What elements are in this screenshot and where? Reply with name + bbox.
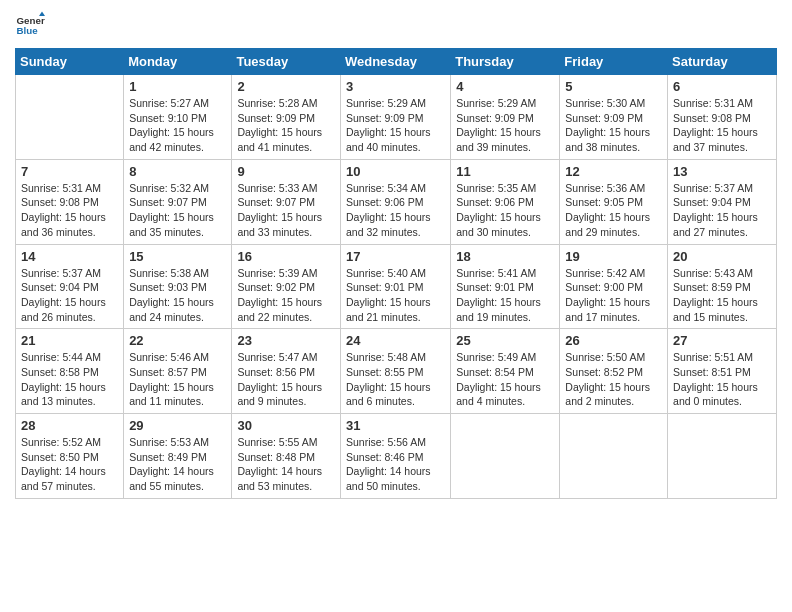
day-number: 25 (456, 333, 554, 348)
day-number: 6 (673, 79, 771, 94)
day-info: Sunrise: 5:40 AM Sunset: 9:01 PM Dayligh… (346, 266, 445, 325)
header-thursday: Thursday (451, 49, 560, 75)
day-info: Sunrise: 5:46 AM Sunset: 8:57 PM Dayligh… (129, 350, 226, 409)
day-info: Sunrise: 5:48 AM Sunset: 8:55 PM Dayligh… (346, 350, 445, 409)
day-info: Sunrise: 5:34 AM Sunset: 9:06 PM Dayligh… (346, 181, 445, 240)
calendar-cell: 1Sunrise: 5:27 AM Sunset: 9:10 PM Daylig… (124, 75, 232, 160)
day-info: Sunrise: 5:29 AM Sunset: 9:09 PM Dayligh… (456, 96, 554, 155)
day-info: Sunrise: 5:39 AM Sunset: 9:02 PM Dayligh… (237, 266, 335, 325)
calendar-cell: 29Sunrise: 5:53 AM Sunset: 8:49 PM Dayli… (124, 414, 232, 499)
day-number: 28 (21, 418, 118, 433)
day-number: 20 (673, 249, 771, 264)
day-info: Sunrise: 5:35 AM Sunset: 9:06 PM Dayligh… (456, 181, 554, 240)
svg-text:General: General (17, 15, 46, 26)
calendar-cell: 10Sunrise: 5:34 AM Sunset: 9:06 PM Dayli… (340, 159, 450, 244)
day-number: 11 (456, 164, 554, 179)
day-info: Sunrise: 5:47 AM Sunset: 8:56 PM Dayligh… (237, 350, 335, 409)
day-info: Sunrise: 5:36 AM Sunset: 9:05 PM Dayligh… (565, 181, 662, 240)
day-number: 23 (237, 333, 335, 348)
day-number: 15 (129, 249, 226, 264)
calendar-cell: 6Sunrise: 5:31 AM Sunset: 9:08 PM Daylig… (668, 75, 777, 160)
day-number: 21 (21, 333, 118, 348)
calendar-cell (560, 414, 668, 499)
day-info: Sunrise: 5:28 AM Sunset: 9:09 PM Dayligh… (237, 96, 335, 155)
calendar-cell: 5Sunrise: 5:30 AM Sunset: 9:09 PM Daylig… (560, 75, 668, 160)
calendar-cell: 27Sunrise: 5:51 AM Sunset: 8:51 PM Dayli… (668, 329, 777, 414)
calendar-cell: 14Sunrise: 5:37 AM Sunset: 9:04 PM Dayli… (16, 244, 124, 329)
day-number: 24 (346, 333, 445, 348)
day-info: Sunrise: 5:51 AM Sunset: 8:51 PM Dayligh… (673, 350, 771, 409)
week-row-5: 28Sunrise: 5:52 AM Sunset: 8:50 PM Dayli… (16, 414, 777, 499)
day-info: Sunrise: 5:43 AM Sunset: 8:59 PM Dayligh… (673, 266, 771, 325)
day-number: 12 (565, 164, 662, 179)
calendar-cell: 9Sunrise: 5:33 AM Sunset: 9:07 PM Daylig… (232, 159, 341, 244)
svg-text:Blue: Blue (17, 25, 39, 36)
day-number: 3 (346, 79, 445, 94)
calendar-cell: 2Sunrise: 5:28 AM Sunset: 9:09 PM Daylig… (232, 75, 341, 160)
calendar-cell: 23Sunrise: 5:47 AM Sunset: 8:56 PM Dayli… (232, 329, 341, 414)
logo: General Blue (15, 10, 49, 40)
calendar-cell: 17Sunrise: 5:40 AM Sunset: 9:01 PM Dayli… (340, 244, 450, 329)
day-number: 10 (346, 164, 445, 179)
calendar-cell: 12Sunrise: 5:36 AM Sunset: 9:05 PM Dayli… (560, 159, 668, 244)
day-number: 5 (565, 79, 662, 94)
calendar-cell: 22Sunrise: 5:46 AM Sunset: 8:57 PM Dayli… (124, 329, 232, 414)
header-wednesday: Wednesday (340, 49, 450, 75)
day-info: Sunrise: 5:49 AM Sunset: 8:54 PM Dayligh… (456, 350, 554, 409)
day-info: Sunrise: 5:38 AM Sunset: 9:03 PM Dayligh… (129, 266, 226, 325)
header-tuesday: Tuesday (232, 49, 341, 75)
calendar-cell: 4Sunrise: 5:29 AM Sunset: 9:09 PM Daylig… (451, 75, 560, 160)
logo-icon: General Blue (15, 10, 45, 40)
calendar-table: SundayMondayTuesdayWednesdayThursdayFrid… (15, 48, 777, 499)
day-number: 4 (456, 79, 554, 94)
header-monday: Monday (124, 49, 232, 75)
calendar-cell: 21Sunrise: 5:44 AM Sunset: 8:58 PM Dayli… (16, 329, 124, 414)
calendar-cell: 13Sunrise: 5:37 AM Sunset: 9:04 PM Dayli… (668, 159, 777, 244)
week-row-4: 21Sunrise: 5:44 AM Sunset: 8:58 PM Dayli… (16, 329, 777, 414)
day-number: 31 (346, 418, 445, 433)
calendar-cell: 28Sunrise: 5:52 AM Sunset: 8:50 PM Dayli… (16, 414, 124, 499)
header-friday: Friday (560, 49, 668, 75)
day-info: Sunrise: 5:55 AM Sunset: 8:48 PM Dayligh… (237, 435, 335, 494)
calendar-cell (451, 414, 560, 499)
day-info: Sunrise: 5:27 AM Sunset: 9:10 PM Dayligh… (129, 96, 226, 155)
day-info: Sunrise: 5:30 AM Sunset: 9:09 PM Dayligh… (565, 96, 662, 155)
day-number: 13 (673, 164, 771, 179)
day-number: 9 (237, 164, 335, 179)
day-number: 19 (565, 249, 662, 264)
day-info: Sunrise: 5:41 AM Sunset: 9:01 PM Dayligh… (456, 266, 554, 325)
day-info: Sunrise: 5:31 AM Sunset: 9:08 PM Dayligh… (21, 181, 118, 240)
calendar-cell: 26Sunrise: 5:50 AM Sunset: 8:52 PM Dayli… (560, 329, 668, 414)
calendar-cell: 24Sunrise: 5:48 AM Sunset: 8:55 PM Dayli… (340, 329, 450, 414)
day-number: 22 (129, 333, 226, 348)
week-row-3: 14Sunrise: 5:37 AM Sunset: 9:04 PM Dayli… (16, 244, 777, 329)
calendar-cell: 11Sunrise: 5:35 AM Sunset: 9:06 PM Dayli… (451, 159, 560, 244)
calendar-cell: 8Sunrise: 5:32 AM Sunset: 9:07 PM Daylig… (124, 159, 232, 244)
calendar-cell: 7Sunrise: 5:31 AM Sunset: 9:08 PM Daylig… (16, 159, 124, 244)
page-header: General Blue (15, 10, 777, 40)
day-number: 16 (237, 249, 335, 264)
header-sunday: Sunday (16, 49, 124, 75)
header-row: SundayMondayTuesdayWednesdayThursdayFrid… (16, 49, 777, 75)
day-number: 2 (237, 79, 335, 94)
calendar-cell: 19Sunrise: 5:42 AM Sunset: 9:00 PM Dayli… (560, 244, 668, 329)
day-info: Sunrise: 5:29 AM Sunset: 9:09 PM Dayligh… (346, 96, 445, 155)
calendar-cell: 18Sunrise: 5:41 AM Sunset: 9:01 PM Dayli… (451, 244, 560, 329)
day-number: 17 (346, 249, 445, 264)
day-number: 8 (129, 164, 226, 179)
day-info: Sunrise: 5:44 AM Sunset: 8:58 PM Dayligh… (21, 350, 118, 409)
day-number: 27 (673, 333, 771, 348)
day-info: Sunrise: 5:31 AM Sunset: 9:08 PM Dayligh… (673, 96, 771, 155)
calendar-cell: 31Sunrise: 5:56 AM Sunset: 8:46 PM Dayli… (340, 414, 450, 499)
calendar-cell: 20Sunrise: 5:43 AM Sunset: 8:59 PM Dayli… (668, 244, 777, 329)
calendar-cell (16, 75, 124, 160)
week-row-2: 7Sunrise: 5:31 AM Sunset: 9:08 PM Daylig… (16, 159, 777, 244)
day-number: 18 (456, 249, 554, 264)
svg-marker-2 (39, 12, 45, 17)
header-saturday: Saturday (668, 49, 777, 75)
day-info: Sunrise: 5:53 AM Sunset: 8:49 PM Dayligh… (129, 435, 226, 494)
day-number: 1 (129, 79, 226, 94)
day-info: Sunrise: 5:52 AM Sunset: 8:50 PM Dayligh… (21, 435, 118, 494)
week-row-1: 1Sunrise: 5:27 AM Sunset: 9:10 PM Daylig… (16, 75, 777, 160)
calendar-cell: 3Sunrise: 5:29 AM Sunset: 9:09 PM Daylig… (340, 75, 450, 160)
